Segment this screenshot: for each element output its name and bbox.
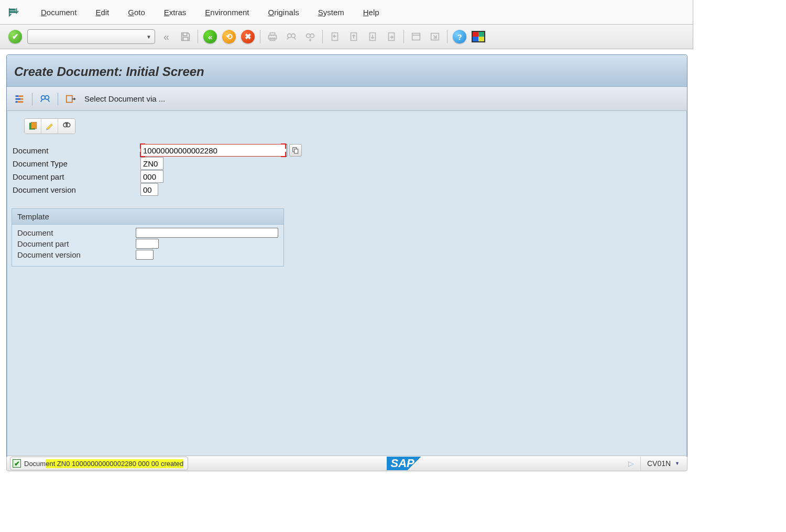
label-document: Document bbox=[12, 146, 140, 155]
menu-goto[interactable]: Goto bbox=[118, 5, 155, 20]
menu-command-icon[interactable] bbox=[6, 5, 21, 19]
template-document-part-input[interactable] bbox=[136, 239, 159, 249]
application-toolbar: Select Document via ... bbox=[7, 87, 687, 111]
enter-button[interactable]: ✔ bbox=[7, 29, 23, 45]
menu-help[interactable]: Help bbox=[354, 5, 389, 20]
status-bar: ✔ Document ZN0 10000000000002280 000 00 … bbox=[6, 456, 687, 471]
label-document-part: Document part bbox=[12, 172, 140, 181]
template-body: Document Document part Document version bbox=[12, 225, 283, 266]
select-document-via-button[interactable]: Select Document via ... bbox=[82, 94, 165, 103]
required-marker-icon bbox=[140, 143, 145, 149]
row-template-document-part: Document part bbox=[15, 239, 280, 249]
menu-bar: Document Edit Goto Extras Environment Or… bbox=[0, 0, 693, 25]
label-template-document-version: Document version bbox=[15, 250, 136, 259]
row-document: Document bbox=[12, 144, 683, 157]
separator bbox=[260, 30, 260, 43]
status-right: ▷ CV01N▼ bbox=[628, 457, 684, 470]
separator bbox=[403, 30, 404, 43]
row-template-document: Document bbox=[15, 228, 280, 238]
svg-rect-1 bbox=[270, 33, 275, 36]
svg-point-15 bbox=[66, 123, 70, 127]
page-up-button bbox=[346, 29, 362, 45]
cancel-button[interactable]: ✖ bbox=[240, 29, 256, 45]
find-button bbox=[283, 29, 299, 45]
find-document-icon[interactable] bbox=[38, 92, 52, 106]
row-template-document-version: Document version bbox=[15, 250, 280, 260]
menu-document[interactable]: Document bbox=[31, 5, 86, 20]
svg-point-4 bbox=[291, 34, 295, 38]
separator bbox=[322, 30, 323, 43]
svg-point-3 bbox=[288, 34, 291, 38]
label-document-version: Document version bbox=[12, 185, 140, 194]
exit-button[interactable]: ⟲ bbox=[221, 29, 237, 45]
label-template-document: Document bbox=[15, 228, 136, 237]
document-version-input[interactable] bbox=[140, 183, 158, 196]
svg-point-5 bbox=[307, 34, 310, 38]
svg-rect-13 bbox=[31, 123, 37, 129]
svg-point-9 bbox=[41, 95, 45, 99]
svg-point-6 bbox=[310, 34, 314, 38]
menu-extras[interactable]: Extras bbox=[155, 5, 196, 20]
command-field[interactable]: ▼ bbox=[27, 29, 155, 44]
separator bbox=[58, 93, 58, 105]
svg-rect-7 bbox=[412, 34, 420, 40]
svg-point-10 bbox=[45, 95, 49, 99]
required-marker-icon bbox=[281, 143, 286, 149]
shortcut-button bbox=[427, 29, 443, 45]
document-search-help-button[interactable] bbox=[289, 144, 302, 157]
display-view-icon[interactable] bbox=[58, 119, 75, 134]
separator bbox=[447, 30, 447, 43]
template-document-version-input[interactable] bbox=[136, 250, 154, 260]
required-marker-icon bbox=[281, 152, 286, 157]
last-page-button bbox=[384, 29, 399, 45]
session-info-icon[interactable]: ▷ bbox=[628, 459, 634, 468]
menu-edit[interactable]: Edit bbox=[86, 5, 118, 20]
status-left: ✔ Document ZN0 10000000000002280 000 00 … bbox=[10, 457, 188, 470]
row-document-version: Document version bbox=[12, 183, 683, 196]
row-document-type: Document Type bbox=[12, 157, 683, 170]
document-part-input[interactable] bbox=[140, 170, 163, 183]
back-button[interactable]: « bbox=[202, 29, 218, 45]
find-next-button bbox=[302, 29, 318, 45]
label-template-document-part: Document part bbox=[15, 239, 136, 248]
document-input[interactable] bbox=[140, 144, 287, 157]
row-document-part: Document part bbox=[12, 170, 683, 183]
tcode-indicator[interactable]: CV01N▼ bbox=[640, 457, 680, 470]
recall-icon[interactable]: « bbox=[161, 31, 174, 43]
svg-rect-11 bbox=[67, 95, 72, 102]
required-marker-icon bbox=[140, 152, 145, 157]
page-down-button bbox=[365, 29, 380, 45]
success-icon: ✔ bbox=[13, 459, 21, 468]
create-view-icon[interactable] bbox=[25, 119, 41, 134]
svg-rect-17 bbox=[294, 149, 298, 153]
template-groupbox: Template Document Document part Document… bbox=[12, 208, 284, 267]
page-title: Create Document: Initial Screen bbox=[7, 55, 687, 87]
classification-icon[interactable] bbox=[12, 92, 27, 106]
label-document-type: Document Type bbox=[12, 159, 140, 168]
menu-environment[interactable]: Environment bbox=[195, 5, 258, 20]
view-mode-toolbar bbox=[24, 118, 75, 134]
content-container: Create Document: Initial Screen Select D… bbox=[6, 54, 687, 457]
layout-button[interactable] bbox=[471, 29, 486, 45]
change-view-icon[interactable] bbox=[41, 119, 58, 134]
sap-logo: SAP bbox=[387, 457, 430, 470]
status-message: Document ZN0 10000000000002280 000 00 cr… bbox=[24, 460, 183, 468]
select-document-icon[interactable] bbox=[63, 92, 78, 106]
template-document-input[interactable] bbox=[136, 228, 278, 238]
menu-originals[interactable]: Originals bbox=[259, 5, 309, 20]
standard-toolbar: ✔ ▼ « « ⟲ ✖ ? bbox=[0, 25, 693, 49]
separator bbox=[198, 30, 198, 43]
status-message-chip[interactable]: ✔ Document ZN0 10000000000002280 000 00 … bbox=[10, 457, 188, 470]
new-session-button bbox=[408, 29, 424, 45]
print-button bbox=[265, 29, 280, 45]
save-button[interactable] bbox=[178, 29, 193, 45]
template-header: Template bbox=[12, 209, 283, 225]
first-page-button bbox=[327, 29, 343, 45]
document-type-input[interactable] bbox=[140, 157, 163, 170]
body-area: Document Document Type Document part bbox=[7, 111, 687, 457]
separator bbox=[32, 93, 32, 105]
menu-system[interactable]: System bbox=[309, 5, 354, 20]
help-button[interactable]: ? bbox=[452, 29, 467, 45]
